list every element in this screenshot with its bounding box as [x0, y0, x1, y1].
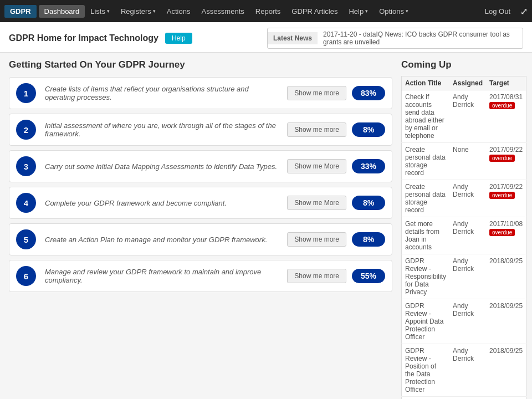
cell-target: 2018/09/25	[486, 254, 526, 299]
nav-item-registers[interactable]: Registers ▾	[115, 5, 161, 18]
cell-target: 2017/09/22overdue	[486, 180, 526, 217]
news-text: 2017-11-20 - dataIQ News: ICO backs GDPR…	[318, 28, 523, 48]
cell-action: Create personal data storage record	[402, 180, 450, 217]
table-row: GDPR Review - Appoint Data Protection Of…	[402, 299, 526, 344]
cell-assigned: Andy Derrick	[449, 254, 486, 299]
coming-up-title: Coming Up	[401, 59, 523, 70]
step-text-3: Carry out some initial Data Mapping Asse…	[36, 162, 287, 171]
cell-target: 2018/09/25	[486, 299, 526, 344]
table-row: Create personal data storage record Andy…	[402, 180, 526, 217]
show-more-btn-4[interactable]: Show me More	[287, 196, 346, 210]
chevron-down-icon: ▾	[406, 8, 408, 14]
step-number-5: 5	[16, 229, 36, 249]
nav-item-gdpr-articles[interactable]: GDPR Articles	[286, 5, 343, 18]
step-number-4: 4	[16, 193, 36, 213]
cell-action: GDPR Review - Enterprise Privacy Risk As…	[402, 397, 450, 400]
cell-target: 2017/10/08overdue	[486, 217, 526, 254]
progress-badge-2: 8%	[352, 122, 385, 137]
chevron-down-icon: ▾	[153, 8, 156, 14]
navbar: GDPR Dashboard Lists ▾ Registers ▾ Actio…	[0, 0, 532, 22]
page-title: GDPR Home for Impact Technology	[9, 33, 158, 43]
cell-assigned: None	[449, 143, 486, 180]
progress-badge-1: 83%	[352, 86, 385, 100]
progress-badge-5: 8%	[352, 232, 385, 247]
nav-item-dashboard[interactable]: Dashboard	[39, 5, 85, 18]
news-label: Latest News	[268, 32, 318, 44]
overdue-badge: overdue	[489, 155, 515, 162]
step-number-1: 1	[16, 83, 36, 103]
col-target: Target	[486, 76, 526, 90]
step-text-5: Create an Action Plan to manage and moni…	[36, 236, 287, 244]
table-row: GDPR Review - Position of the Data Prote…	[402, 344, 526, 397]
page-header: GDPR Home for Impact Technology Help Lat…	[0, 22, 532, 53]
table-row: GDPR Review - Enterprise Privacy Risk As…	[402, 397, 526, 400]
cell-assigned: Andy Derrick	[449, 397, 486, 400]
journey-step-6: 6 Manage and review your GDPR framework …	[9, 260, 392, 292]
journey-title: Getting Started On Your GDPR Journey	[9, 59, 392, 70]
cell-assigned: Andy Derrick	[449, 217, 486, 254]
cell-action: GDPR Review - Position of the Data Prote…	[402, 344, 450, 397]
overdue-badge: overdue	[489, 229, 515, 236]
nav-item-logout[interactable]: Log Out	[479, 5, 516, 18]
progress-badge-6: 55%	[352, 269, 385, 283]
show-more-btn-6[interactable]: Show me more	[287, 269, 346, 283]
step-number-3: 3	[16, 156, 36, 176]
chevron-down-icon: ▾	[107, 8, 110, 14]
show-more-btn-5[interactable]: Show me more	[287, 232, 346, 247]
nav-item-actions[interactable]: Actions	[161, 5, 196, 18]
table-row: Check if accounts send data abroad eithe…	[402, 90, 526, 143]
nav-item-reports[interactable]: Reports	[250, 5, 287, 18]
coming-up-panel: Coming Up Action Title Assigned Target C…	[401, 59, 523, 399]
overdue-badge: overdue	[489, 192, 515, 199]
nav-item-assessments[interactable]: Assessments	[196, 5, 249, 18]
cell-assigned: Andy Derrick	[449, 180, 486, 217]
journey-step-2: 2 Initial assessment of where you are, w…	[9, 114, 392, 146]
cell-target: 2017/09/22overdue	[486, 143, 526, 180]
show-more-btn-1[interactable]: Show me more	[287, 86, 346, 100]
overdue-badge: overdue	[489, 102, 515, 109]
help-button[interactable]: Help	[165, 33, 192, 44]
nav-item-lists[interactable]: Lists ▾	[85, 5, 115, 18]
coming-up-table: Action Title Assigned Target Check if ac…	[401, 76, 526, 399]
step-text-4: Complete your GDPR framework and become …	[36, 199, 287, 207]
cell-action: GDPR Review - Appoint Data Protection Of…	[402, 299, 450, 344]
table-row: GDPR Review - Responsibility for Data Pr…	[402, 254, 526, 299]
journey-step-5: 5 Create an Action Plan to manage and mo…	[9, 223, 392, 255]
main-content: Getting Started On Your GDPR Journey 1 C…	[0, 53, 532, 399]
col-assigned: Assigned	[449, 76, 486, 90]
journey-panel: Getting Started On Your GDPR Journey 1 C…	[9, 59, 392, 399]
step-number-6: 6	[16, 266, 36, 286]
journey-step-3: 3 Carry out some initial Data Mapping As…	[9, 150, 392, 182]
cell-target: 2018/09/25	[486, 397, 526, 400]
journey-step-1: 1 Create lists of items that reflect you…	[9, 77, 392, 109]
coming-up-tbody: Check if accounts send data abroad eithe…	[402, 90, 526, 400]
progress-badge-4: 8%	[352, 196, 385, 210]
journey-steps-container: 1 Create lists of items that reflect you…	[9, 77, 392, 292]
step-text-6: Manage and review your GDPR framework to…	[36, 268, 287, 284]
journey-step-4: 4 Complete your GDPR framework and becom…	[9, 187, 392, 219]
step-text-2: Initial assessment of where you are, wor…	[36, 121, 287, 138]
expand-icon[interactable]: ⤢	[520, 6, 528, 17]
col-action-title: Action Title	[402, 76, 450, 90]
cell-target: 2017/08/31overdue	[486, 90, 526, 143]
cell-action: GDPR Review - Responsibility for Data Pr…	[402, 254, 450, 299]
cell-action: Get more details from Joan in accounts	[402, 217, 450, 254]
cell-assigned: Andy Derrick	[449, 344, 486, 397]
cell-action: Create personal data storage record	[402, 143, 450, 180]
cell-assigned: Andy Derrick	[449, 90, 486, 143]
show-more-btn-2[interactable]: Show me more	[287, 122, 346, 137]
nav-items: Dashboard Lists ▾ Registers ▾ Actions As…	[39, 5, 516, 18]
cell-assigned: Andy Derrick	[449, 299, 486, 344]
nav-item-options[interactable]: Options ▾	[374, 5, 414, 18]
show-more-btn-3[interactable]: Show me More	[287, 159, 346, 173]
step-text-1: Create lists of items that reflect your …	[36, 85, 287, 101]
table-row: Create personal data storage record None…	[402, 143, 526, 180]
chevron-down-icon: ▾	[365, 8, 368, 14]
progress-badge-3: 33%	[352, 159, 385, 173]
cell-target: 2018/09/25	[486, 344, 526, 397]
cell-action: Check if accounts send data abroad eithe…	[402, 90, 450, 143]
nav-brand[interactable]: GDPR	[4, 5, 37, 18]
news-bar: Latest News 2017-11-20 - dataIQ News: IC…	[267, 28, 523, 49]
nav-item-help[interactable]: Help ▾	[343, 5, 374, 18]
table-row: Get more details from Joan in accounts A…	[402, 217, 526, 254]
